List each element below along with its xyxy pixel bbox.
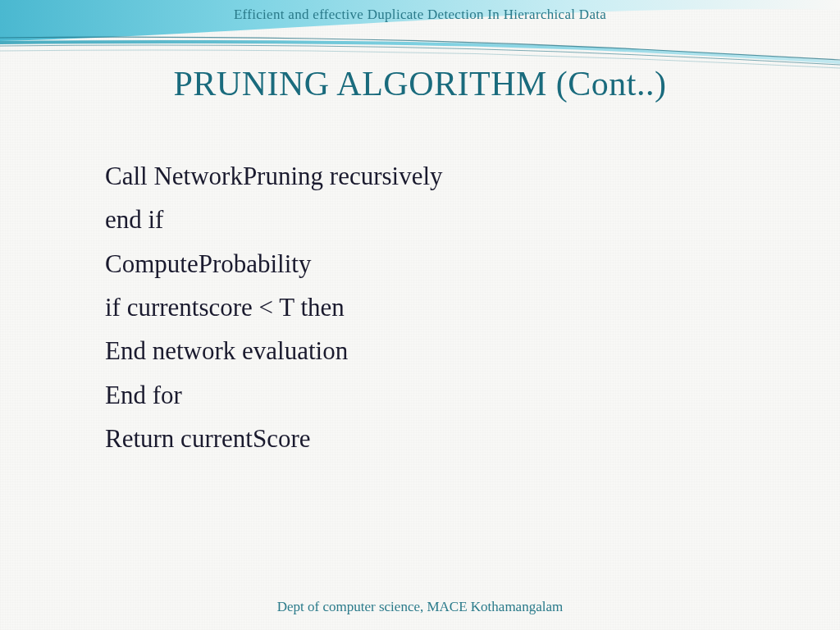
- body-line: end if: [105, 198, 443, 241]
- body-line: Return currentScore: [105, 417, 443, 460]
- body-line: End for: [105, 373, 443, 417]
- body-line: End network evaluation: [105, 329, 443, 372]
- body-line: Call NetworkPruning recursively: [105, 154, 443, 198]
- footer: Dept of computer science, MACE Kothamang…: [0, 599, 840, 615]
- running-header: Efficient and effective Duplicate Detect…: [0, 7, 840, 23]
- slide-title: PRUNING ALGORITHM (Cont..): [0, 64, 840, 103]
- body-line: ComputeProbability: [105, 242, 443, 285]
- slide-body: Call NetworkPruning recursively end if C…: [105, 154, 443, 460]
- body-line: if currentscore < T then: [105, 285, 443, 329]
